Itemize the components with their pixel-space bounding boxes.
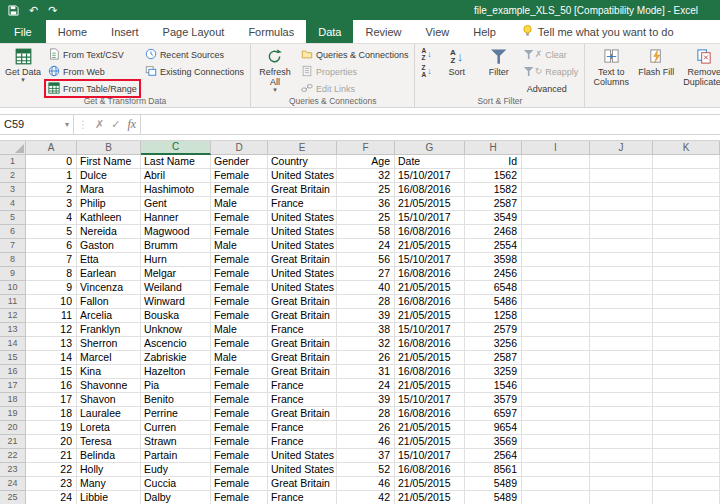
- cell-C8[interactable]: Hurn: [141, 253, 211, 267]
- sort-button[interactable]: AZ↓ Sort: [437, 46, 477, 78]
- cell-F13[interactable]: 38: [337, 323, 395, 337]
- cell-K14[interactable]: [653, 337, 720, 351]
- cancel-icon[interactable]: ✗: [95, 118, 104, 131]
- column-header-C[interactable]: C: [141, 141, 211, 155]
- cell-H4[interactable]: 2587: [465, 197, 522, 211]
- cell-A17[interactable]: 16: [26, 379, 77, 393]
- cell-D23[interactable]: Female: [211, 463, 268, 477]
- cell-K16[interactable]: [653, 365, 720, 379]
- cell-D1[interactable]: Gender: [211, 155, 268, 169]
- cell-G19[interactable]: 16/08/2016: [395, 407, 465, 421]
- cell-E16[interactable]: Great Britain: [268, 365, 337, 379]
- cell-D12[interactable]: Female: [211, 309, 268, 323]
- cell-C12[interactable]: Bouska: [141, 309, 211, 323]
- cell-K21[interactable]: [653, 435, 720, 449]
- cell-K7[interactable]: [653, 239, 720, 253]
- cell-F6[interactable]: 58: [337, 225, 395, 239]
- cell-I6[interactable]: [522, 225, 590, 239]
- cell-E3[interactable]: Great Britain: [268, 183, 337, 197]
- cell-J25[interactable]: [590, 491, 653, 504]
- enter-icon[interactable]: ✓: [111, 118, 120, 131]
- cell-D22[interactable]: Female: [211, 449, 268, 463]
- cell-J19[interactable]: [590, 407, 653, 421]
- cell-B12[interactable]: Arcelia: [77, 309, 141, 323]
- cell-I12[interactable]: [522, 309, 590, 323]
- refresh-all-button[interactable]: Refresh All ▾: [254, 46, 296, 94]
- recent-sources-button[interactable]: Recent Sources: [142, 46, 247, 63]
- cell-D20[interactable]: Female: [211, 421, 268, 435]
- cell-E21[interactable]: France: [268, 435, 337, 449]
- cell-E18[interactable]: France: [268, 393, 337, 407]
- cell-B5[interactable]: Kathleen: [77, 211, 141, 225]
- cell-D9[interactable]: Female: [211, 267, 268, 281]
- cell-H1[interactable]: Id: [465, 155, 522, 169]
- cell-E10[interactable]: United States: [268, 281, 337, 295]
- cell-G17[interactable]: 21/05/2015: [395, 379, 465, 393]
- cell-G3[interactable]: 16/08/2016: [395, 183, 465, 197]
- cell-G13[interactable]: 15/10/2017: [395, 323, 465, 337]
- queries-connections-button[interactable]: Queries & Connections: [298, 46, 412, 63]
- cell-B15[interactable]: Marcel: [77, 351, 141, 365]
- cell-I3[interactable]: [522, 183, 590, 197]
- cell-C4[interactable]: Gent: [141, 197, 211, 211]
- cell-H7[interactable]: 2554: [465, 239, 522, 253]
- cell-E17[interactable]: France: [268, 379, 337, 393]
- cell-F25[interactable]: 42: [337, 491, 395, 504]
- cell-G1[interactable]: Date: [395, 155, 465, 169]
- cell-J16[interactable]: [590, 365, 653, 379]
- text-to-columns-button[interactable]: Text to Columns: [588, 46, 634, 88]
- cell-C3[interactable]: Hashimoto: [141, 183, 211, 197]
- row-header-2[interactable]: 2: [0, 169, 26, 183]
- get-data-button[interactable]: Get Data ▾: [3, 46, 43, 84]
- row-header-25[interactable]: 25: [0, 491, 26, 504]
- cell-E1[interactable]: Country: [268, 155, 337, 169]
- cell-C19[interactable]: Perrine: [141, 407, 211, 421]
- column-header-I[interactable]: I: [522, 141, 590, 155]
- cell-A25[interactable]: 24: [26, 491, 77, 504]
- column-header-H[interactable]: H: [465, 141, 522, 155]
- cell-G4[interactable]: 21/05/2015: [395, 197, 465, 211]
- cell-D5[interactable]: Female: [211, 211, 268, 225]
- cell-C6[interactable]: Magwood: [141, 225, 211, 239]
- cell-I20[interactable]: [522, 421, 590, 435]
- cell-G16[interactable]: 16/08/2016: [395, 365, 465, 379]
- cell-A18[interactable]: 17: [26, 393, 77, 407]
- cell-E24[interactable]: Great Britain: [268, 477, 337, 491]
- cell-A7[interactable]: 6: [26, 239, 77, 253]
- cell-C22[interactable]: Partain: [141, 449, 211, 463]
- cell-G15[interactable]: 21/05/2015: [395, 351, 465, 365]
- cell-B16[interactable]: Kina: [77, 365, 141, 379]
- cell-H19[interactable]: 6597: [465, 407, 522, 421]
- cell-K6[interactable]: [653, 225, 720, 239]
- cell-J4[interactable]: [590, 197, 653, 211]
- cell-I5[interactable]: [522, 211, 590, 225]
- cell-F16[interactable]: 31: [337, 365, 395, 379]
- cell-K19[interactable]: [653, 407, 720, 421]
- cell-E22[interactable]: United States: [268, 449, 337, 463]
- cell-A9[interactable]: 8: [26, 267, 77, 281]
- cell-F18[interactable]: 39: [337, 393, 395, 407]
- cell-I11[interactable]: [522, 295, 590, 309]
- tell-me-box[interactable]: Tell me what you want to do: [522, 20, 674, 43]
- cell-C20[interactable]: Curren: [141, 421, 211, 435]
- cell-G20[interactable]: 21/05/2015: [395, 421, 465, 435]
- filter-button[interactable]: Filter: [479, 46, 519, 78]
- cell-G8[interactable]: 15/10/2017: [395, 253, 465, 267]
- reapply-filter-button[interactable]: ↻ Reapply: [521, 63, 582, 80]
- cell-A12[interactable]: 11: [26, 309, 77, 323]
- cell-J2[interactable]: [590, 169, 653, 183]
- cell-K9[interactable]: [653, 267, 720, 281]
- cell-J5[interactable]: [590, 211, 653, 225]
- cell-E6[interactable]: United States: [268, 225, 337, 239]
- cell-I17[interactable]: [522, 379, 590, 393]
- cell-I18[interactable]: [522, 393, 590, 407]
- cell-J20[interactable]: [590, 421, 653, 435]
- cell-E2[interactable]: United States: [268, 169, 337, 183]
- cell-G18[interactable]: 15/10/2017: [395, 393, 465, 407]
- cell-A16[interactable]: 15: [26, 365, 77, 379]
- row-header-17[interactable]: 17: [0, 379, 26, 393]
- cell-K2[interactable]: [653, 169, 720, 183]
- cell-F10[interactable]: 40: [337, 281, 395, 295]
- cell-E4[interactable]: France: [268, 197, 337, 211]
- cell-H17[interactable]: 1546: [465, 379, 522, 393]
